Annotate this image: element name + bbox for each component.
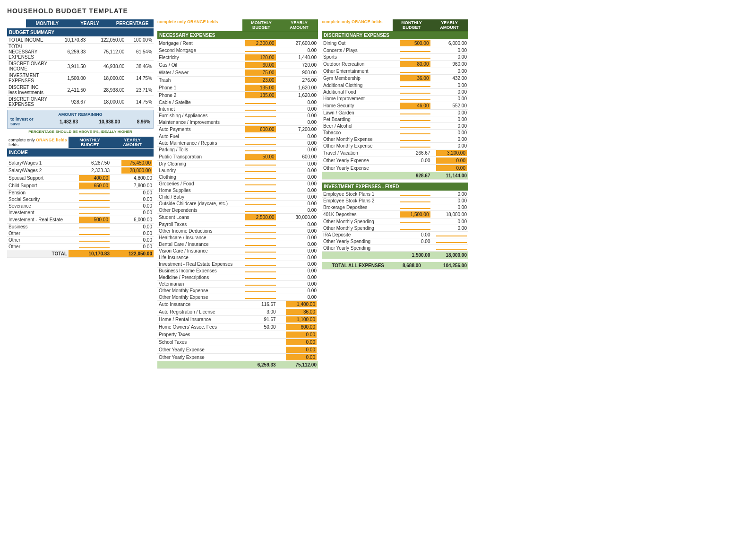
ne-monthly-input[interactable] [245, 103, 276, 104]
inv-yearly-input[interactable] [436, 236, 467, 236]
disc-monthly-input[interactable] [400, 93, 430, 94]
ne-monthly-input[interactable] [245, 144, 276, 145]
ne-monthly-cell [236, 235, 277, 241]
ne-monthly-input[interactable] [245, 165, 276, 166]
summary-row: TOTAL INCOME 10,170.83 122,050.00 100.00… [7, 37, 154, 44]
ne-monthly-input[interactable] [245, 178, 276, 179]
ne-monthly-input[interactable] [245, 238, 276, 239]
ne-label: Trash [157, 77, 236, 84]
ne-monthly-input[interactable] [245, 245, 276, 246]
ne-monthly-input[interactable] [245, 265, 276, 266]
inv-yearly-input[interactable] [436, 242, 467, 243]
disc-yearly-cell: 552.00 [432, 102, 469, 110]
ne-monthly-input[interactable]: 60.00 [245, 62, 276, 68]
ne-monthly-input[interactable] [245, 51, 276, 52]
ne-monthly-input[interactable] [245, 198, 276, 199]
ne-monthly-input[interactable]: 120.00 [245, 54, 276, 61]
ne-monthly-input[interactable] [245, 110, 276, 111]
ne-yearly-val: 27,600.00 [296, 41, 317, 46]
ne-monthly-input[interactable] [245, 150, 276, 151]
disc-monthly-input[interactable] [400, 99, 430, 100]
ne-yearly-input[interactable]: 0.00 [286, 354, 317, 360]
ne-yearly-input[interactable]: 36.00 [286, 309, 317, 315]
ne-monthly-input[interactable] [245, 225, 276, 226]
disc-monthly-input[interactable] [400, 120, 430, 121]
inv-monthly-input[interactable] [400, 229, 430, 230]
ne-yearly-input[interactable]: 1,400.00 [286, 301, 317, 307]
ne-monthly-input[interactable]: 50.00 [245, 154, 276, 160]
ne-yearly-cell: 900.00 [277, 69, 318, 77]
inv-monthly-input[interactable] [400, 208, 430, 209]
ne-monthly-input[interactable] [245, 278, 276, 279]
disc-yearly-val: 0.00 [458, 83, 467, 88]
ne-monthly-input[interactable]: 600.00 [245, 126, 276, 132]
income-monthly-input[interactable] [79, 247, 110, 248]
ne-yearly-input[interactable]: 0.00 [286, 347, 317, 353]
ne-monthly-input[interactable]: 2,500.00 [245, 214, 276, 220]
disc-monthly-input[interactable] [400, 72, 430, 73]
income-monthly-input[interactable] [79, 227, 110, 228]
ne-monthly-input[interactable] [245, 252, 276, 253]
ne-row: Auto Fuel 0.00 [157, 133, 318, 140]
ne-yearly-input[interactable]: 1,100.00 [286, 316, 317, 323]
ne-monthly-input[interactable]: 135.00 [245, 85, 276, 91]
income-monthly-input[interactable] [79, 241, 110, 242]
disc-monthly-input[interactable] [400, 86, 430, 87]
ne-monthly-input[interactable] [245, 271, 276, 272]
disc-monthly-input[interactable] [400, 51, 430, 52]
ne-monthly-input[interactable] [245, 116, 276, 117]
ne-monthly-input[interactable]: 135.00 [245, 92, 276, 98]
disc-monthly-input[interactable] [400, 58, 430, 59]
ne-monthly-input[interactable] [245, 298, 276, 299]
ne-yearly-input[interactable]: 0.00 [286, 339, 317, 345]
income-monthly-input[interactable] [79, 193, 110, 194]
ne-monthly-input[interactable] [245, 137, 276, 138]
ne-monthly-input[interactable] [245, 191, 276, 192]
ne-monthly-input[interactable] [245, 211, 276, 212]
disc-yearly-input[interactable]: 0.00 [436, 165, 467, 171]
disc-monthly-input[interactable] [400, 113, 430, 114]
ne-monthly-input[interactable] [245, 123, 276, 124]
income-monthly-input[interactable] [79, 234, 110, 235]
disc-monthly-input[interactable] [400, 147, 430, 148]
ne-monthly-input[interactable]: 75.00 [245, 70, 276, 76]
income-monthly-input[interactable]: 500.00 [79, 217, 110, 223]
disc-monthly-input[interactable]: 80.00 [400, 61, 430, 67]
ne-monthly-input[interactable] [245, 232, 276, 233]
ne-yearly-cell: 0.00 [277, 207, 318, 214]
ne-monthly-input[interactable] [245, 258, 276, 259]
income-monthly-input[interactable]: 400.00 [79, 175, 110, 181]
ne-monthly-input[interactable]: 23.00 [245, 77, 276, 83]
disc-monthly-input[interactable] [400, 140, 430, 141]
disc-monthly-input[interactable]: 36.00 [400, 75, 430, 81]
disc-monthly-input[interactable] [400, 133, 430, 134]
disc-monthly-input[interactable]: 46.00 [400, 103, 430, 109]
disc-monthly-input[interactable] [400, 127, 430, 128]
ne-yearly-input[interactable]: 600.00 [286, 324, 317, 330]
income-monthly-input[interactable] [79, 200, 110, 201]
ne-yearly-input[interactable]: 0.00 [286, 332, 317, 338]
inv-yearly-input[interactable] [436, 249, 467, 250]
disc-yearly-input[interactable]: 3,200.00 [436, 150, 467, 156]
ne-monthly-input[interactable] [245, 184, 276, 185]
ne-monthly-input[interactable] [245, 204, 276, 205]
income-yearly-cell: 0.00 [111, 223, 154, 230]
disc-yearly-input[interactable]: 0.00 [436, 157, 467, 164]
income-row: Salary/Wages 1 6,287.50 75,450.00 [7, 159, 154, 166]
ne-monthly-input[interactable] [245, 285, 276, 286]
inv-monthly-input[interactable] [400, 201, 430, 202]
income-row: Other 0.00 [7, 236, 154, 243]
disc-monthly-input[interactable]: 500.00 [400, 40, 430, 46]
income-yearly-input[interactable]: 28,000.00 [121, 167, 152, 174]
income-yearly-input[interactable]: 75,450.00 [121, 160, 152, 166]
income-label: Other [7, 230, 69, 236]
inv-monthly-input[interactable]: 1,500.00 [400, 211, 430, 218]
income-monthly-input[interactable] [79, 213, 110, 214]
income-monthly-input[interactable] [79, 207, 110, 208]
ne-monthly-input[interactable] [245, 171, 276, 172]
ne-monthly-input[interactable] [245, 291, 276, 292]
inv-monthly-input[interactable] [400, 195, 430, 196]
income-monthly-input[interactable]: 650.00 [79, 183, 110, 189]
inv-monthly-input[interactable] [400, 222, 430, 223]
ne-monthly-input[interactable]: 2,300.00 [245, 40, 276, 46]
